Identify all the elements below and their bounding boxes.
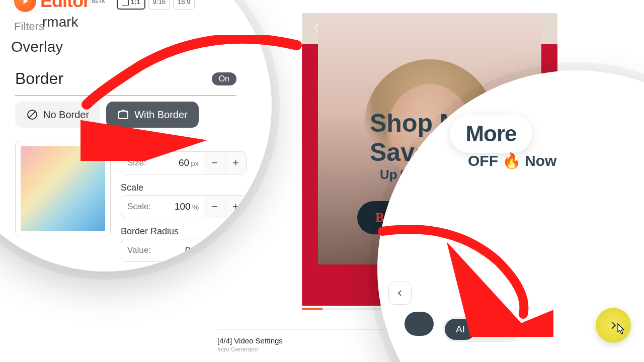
border-size-minus[interactable]: −: [204, 152, 225, 174]
radius-label: Border Radius: [121, 226, 247, 237]
footer-step-info: [4/4] Video Settings Intro Generator: [217, 336, 283, 353]
prev-button[interactable]: [388, 282, 412, 305]
scale-value[interactable]: 100: [157, 201, 192, 212]
beta-badge: BETA: [92, 0, 105, 4]
promo-more-pill: More: [450, 115, 532, 153]
footer-step-label: [4/4] Video Settings: [217, 336, 283, 345]
radius-plus[interactable]: +: [225, 239, 246, 261]
fire-icon: 🔥: [502, 152, 521, 169]
cursor-icon: [614, 323, 626, 339]
scale-plus[interactable]: +: [225, 196, 246, 218]
radius-value[interactable]: 0: [157, 245, 192, 256]
gradient-swatch: [21, 146, 105, 231]
radius-control: Value: 0 % − +: [121, 239, 247, 262]
border-preview-thumb[interactable]: [15, 141, 111, 236]
border-size-value[interactable]: 60: [156, 157, 191, 168]
load-favs-button[interactable]: Favs: [476, 319, 519, 340]
promo-off-line: OFF🔥Now: [468, 152, 556, 169]
left-zoom-circle: Editor BETA 1:1 9:16 16:9 Filters rmark …: [0, 0, 272, 272]
with-border-button[interactable]: With Border: [106, 102, 199, 128]
border-size-control: Size: 60 px − +: [121, 151, 247, 174]
svg-line-1: [29, 111, 36, 118]
scale-control: Scale: 100 % − +: [121, 195, 247, 218]
progress-fill: [302, 308, 323, 310]
app-logo-icon: [14, 0, 36, 12]
border-section-header: Border On: [15, 69, 236, 96]
app-name: Editor: [40, 0, 90, 12]
load-from-label: Load from: [466, 306, 498, 314]
sidebar-item-overlay[interactable]: Overlay: [11, 38, 63, 55]
sidebar-item-watermark[interactable]: rmark: [42, 14, 78, 30]
ratio-1-1[interactable]: 1:1: [117, 0, 145, 10]
border-title: Border: [15, 69, 63, 88]
ratio-16-9[interactable]: 16:9: [173, 0, 195, 10]
chevron-left-icon: [396, 290, 404, 297]
style-chip[interactable]: [405, 312, 434, 336]
frame-icon: [117, 109, 129, 121]
no-border-icon: [26, 109, 38, 121]
aspect-ratio-group: 1:1 9:16 16:9: [117, 0, 195, 10]
sidebar-item-filters[interactable]: Filters: [14, 20, 44, 33]
no-border-button[interactable]: No Border: [15, 102, 100, 128]
border-size-plus[interactable]: +: [225, 152, 246, 174]
footer-subtitle: Intro Generator: [217, 346, 283, 353]
scale-minus[interactable]: −: [204, 196, 225, 218]
border-size-label: Border Size: [121, 139, 247, 149]
load-ai-button[interactable]: AI: [445, 319, 476, 340]
border-toggle[interactable]: On: [212, 72, 236, 85]
radius-minus[interactable]: −: [204, 239, 225, 261]
load-from-segment: AI Favs: [443, 317, 521, 342]
ratio-9-16[interactable]: 9:16: [148, 0, 170, 10]
scale-label: Scale: [121, 183, 247, 193]
